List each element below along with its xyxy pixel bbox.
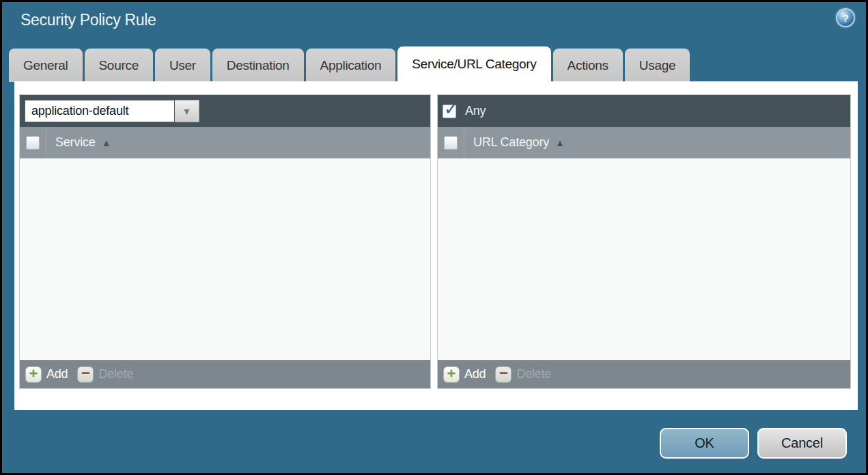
url-category-column-header[interactable]: URL Category ▲ (438, 127, 850, 159)
screen: Security Policy Rule ? General Source Us… (0, 0, 868, 475)
service-column-label: Service (55, 135, 96, 150)
url-category-column-label: URL Category (473, 135, 549, 150)
service-type-dropdown[interactable]: application-default ▼ (25, 100, 199, 122)
url-category-list-body[interactable] (438, 159, 850, 360)
sort-ascending-icon[interactable]: ▲ (102, 137, 111, 148)
any-checkbox-row: ✓ Any (443, 104, 486, 118)
tab-user[interactable]: User (155, 49, 210, 82)
dialog-title: Security Policy Rule (20, 11, 156, 29)
service-toolbar: application-default ▼ (20, 95, 430, 127)
delete-icon: − (495, 366, 512, 383)
url-category-toolbar: ✓ Any (438, 95, 850, 127)
url-category-select-all-checkbox[interactable] (444, 136, 458, 150)
sort-ascending-icon[interactable]: ▲ (555, 137, 565, 148)
service-add-button[interactable]: + Add (25, 366, 68, 383)
chevron-down-icon[interactable]: ▼ (175, 100, 199, 122)
question-mark-glyph: ? (842, 12, 848, 24)
delete-icon: − (77, 366, 94, 383)
url-category-delete-button[interactable]: − Delete (495, 366, 551, 383)
add-icon: + (25, 366, 42, 383)
tab-usage[interactable]: Usage (625, 49, 690, 82)
service-footer-toolbar: + Add − Delete (20, 360, 430, 388)
tab-service-url-category[interactable]: Service/URL Category (397, 46, 550, 82)
checkmark-icon: ✓ (444, 100, 458, 118)
cancel-button[interactable]: Cancel (757, 428, 847, 459)
url-category-add-button[interactable]: + Add (443, 366, 486, 383)
any-label: Any (465, 104, 486, 118)
service-column-header[interactable]: Service ▲ (20, 127, 430, 159)
tab-actions[interactable]: Actions (553, 49, 623, 82)
tab-general[interactable]: General (9, 49, 83, 82)
service-select-all-checkbox[interactable] (26, 136, 40, 150)
any-checkbox[interactable]: ✓ (443, 105, 456, 118)
tab-destination[interactable]: Destination (212, 49, 304, 82)
tab-application[interactable]: Application (306, 49, 396, 82)
security-policy-rule-dialog: Security Policy Rule ? General Source Us… (2, 2, 866, 473)
tab-source[interactable]: Source (85, 49, 153, 82)
url-category-footer-toolbar: + Add − Delete (438, 360, 850, 388)
ok-button[interactable]: OK (660, 428, 749, 459)
service-delete-button[interactable]: − Delete (77, 366, 133, 383)
add-icon: + (443, 366, 460, 383)
tab-content-area: application-default ▼ Service ▲ (14, 81, 858, 410)
service-list-body[interactable] (20, 159, 430, 360)
tab-bar: General Source User Destination Applicat… (9, 46, 690, 82)
url-category-panel: ✓ Any URL Category ▲ (437, 94, 851, 389)
header-divider (464, 127, 464, 159)
help-icon[interactable]: ? (836, 8, 855, 27)
service-type-dropdown-value[interactable]: application-default (25, 100, 175, 122)
service-panel: application-default ▼ Service ▲ (19, 94, 431, 389)
header-divider (46, 127, 46, 159)
